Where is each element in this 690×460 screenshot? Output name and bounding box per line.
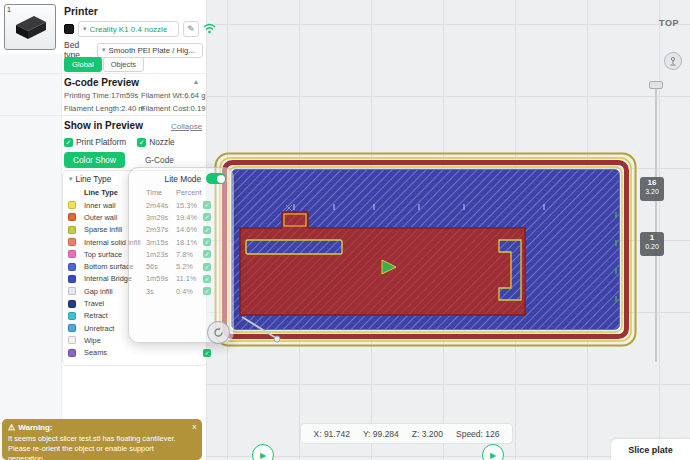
chevron-up-icon[interactable]: ▴ xyxy=(194,77,198,86)
preview-checkbox-label: Print Platform xyxy=(76,137,126,147)
view-gizmo-icon[interactable] xyxy=(664,52,682,70)
collapse-link[interactable]: Collapse xyxy=(171,122,202,131)
filament-color-swatch[interactable] xyxy=(64,24,74,34)
line-color-chip xyxy=(68,213,76,221)
gcode-stat: Printing Time:17m59s xyxy=(64,91,141,100)
upper-layer-height: 3.20 xyxy=(640,188,664,197)
preview-checkbox-label: Nozzle xyxy=(149,137,174,147)
layer-slider-upper-handle[interactable]: 16 3.20 xyxy=(640,177,664,201)
line-type-checkbox[interactable]: ✓ xyxy=(203,349,211,357)
gcode-preview-object xyxy=(214,152,637,347)
warning-toast: ⚠ Warning: × It seems object slicer test… xyxy=(2,419,202,460)
status-item: Z: 3.200 xyxy=(412,429,443,439)
preview-toggles: ✓Print Platform✓Nozzle xyxy=(64,137,175,147)
layer-slider-top-handle[interactable] xyxy=(649,81,663,89)
plate-thumbnail[interactable]: 1 xyxy=(4,4,56,50)
lower-layer-number: 1 xyxy=(640,233,664,243)
nozzle-status-bar: X: 91.742Y: 99.284Z: 3.200Speed: 126 xyxy=(300,423,513,444)
plate-index: 1 xyxy=(7,6,11,13)
reset-view-icon[interactable] xyxy=(207,321,230,344)
tab-global[interactable]: Global xyxy=(64,57,102,72)
line-type-section-label: Line Type xyxy=(76,174,112,184)
view-orientation-label: TOP xyxy=(659,18,679,28)
object-thumbnail-icon xyxy=(8,9,52,45)
printer-select-value: Creality K1 0.4 nozzle xyxy=(90,25,168,34)
warning-icon: ⚠ xyxy=(8,423,15,432)
lower-layer-height: 0.20 xyxy=(640,243,664,252)
wifi-icon[interactable] xyxy=(203,23,216,36)
line-type-row: Seams✓ xyxy=(63,347,206,359)
checkbox-icon: ✓ xyxy=(64,138,73,147)
edit-printer-button[interactable]: ✎ xyxy=(183,21,199,37)
show-in-preview-title: Show in Preview xyxy=(64,120,143,131)
line-color-chip xyxy=(68,275,76,283)
lite-mode-label: Lite Mode xyxy=(165,174,201,184)
bed-type-select[interactable]: ▾ Smooth PEI Plate / Hig... xyxy=(97,43,203,58)
line-color-chip xyxy=(68,300,76,308)
gcode-preview-title: G-code Preview xyxy=(64,77,139,88)
lite-mode-overlay: Lite Mode xyxy=(128,167,234,343)
status-item: X: 91.742 xyxy=(314,429,350,439)
warning-title: Warning: xyxy=(18,423,52,432)
line-color-chip xyxy=(68,201,76,209)
preview-play-icon[interactable]: ▶ xyxy=(482,444,504,460)
gcode-stat: Filament Length:2.40 m xyxy=(64,104,141,113)
upper-layer-number: 16 xyxy=(640,178,664,188)
preview-checkbox[interactable]: ✓Nozzle xyxy=(137,137,174,147)
lite-mode-toggle[interactable] xyxy=(206,173,226,184)
chevron-down-icon: ▾ xyxy=(69,175,73,183)
slicer-app-window: TOP 16 3.20 1 0.20 X: 91.742Y: 99.284Z: … xyxy=(0,0,690,460)
gcode-stats: Printing Time:17m59sFilament Wt:6.64 gFi… xyxy=(64,91,205,113)
line-color-chip xyxy=(68,324,76,332)
status-item: Speed: 126 xyxy=(456,429,499,439)
status-item: Y: 99.284 xyxy=(363,429,399,439)
warning-message: It seems object slicer test.stl has floa… xyxy=(8,434,188,460)
chevron-down-icon: ▾ xyxy=(83,25,87,33)
divider xyxy=(0,73,207,74)
layer-slider-track[interactable] xyxy=(655,86,657,362)
gcode-stat: Filament Cost:0.19 xyxy=(141,104,206,113)
line-color-chip xyxy=(68,238,76,246)
divider xyxy=(0,115,207,116)
slice-plate-button[interactable]: Slice plate xyxy=(611,439,690,460)
line-color-chip xyxy=(68,349,76,357)
line-color-chip xyxy=(68,226,76,234)
layer-slider-lower-handle[interactable]: 1 0.20 xyxy=(640,232,664,256)
line-type-label: Seams xyxy=(84,348,146,357)
printer-select[interactable]: ▾ Creality K1 0.4 nozzle xyxy=(78,21,179,37)
close-icon[interactable]: × xyxy=(192,422,197,432)
checkbox-icon: ✓ xyxy=(137,138,146,147)
line-color-chip xyxy=(68,336,76,344)
tab-objects[interactable]: Objects xyxy=(103,57,144,72)
chevron-down-icon: ▾ xyxy=(102,46,106,54)
gcode-tab-button[interactable]: G-Code xyxy=(145,155,174,165)
gcode-stat: Filament Wt:6.64 g xyxy=(141,91,206,100)
line-color-chip xyxy=(68,263,76,271)
line-color-chip xyxy=(68,250,76,258)
pencil-icon: ✎ xyxy=(187,24,195,34)
color-show-button[interactable]: Color Show xyxy=(64,152,125,168)
preview-checkbox[interactable]: ✓Print Platform xyxy=(64,137,126,147)
line-color-chip xyxy=(68,287,76,295)
line-color-chip xyxy=(68,312,76,320)
preview-play-icon[interactable]: ▶ xyxy=(252,444,274,460)
bed-type-value: Smooth PEI Plate / Hig... xyxy=(109,46,195,55)
printer-section-title: Printer xyxy=(64,5,98,17)
